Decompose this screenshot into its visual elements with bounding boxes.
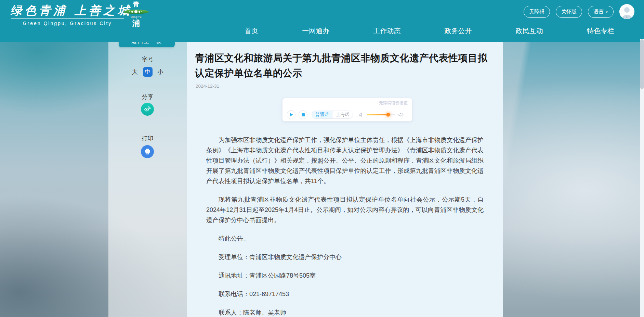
- article-paragraph: 通讯地址：青浦区公园路78号505室: [206, 270, 484, 281]
- printer-icon: [144, 148, 151, 155]
- article-paragraph: 联系人：陈老师、吴老师: [206, 307, 484, 317]
- header-quick-buttons: 无障碍 关怀版 语言 ∨: [524, 4, 634, 19]
- article-date: 2024-12-31: [196, 84, 219, 89]
- share-label: 分享: [108, 93, 187, 101]
- site-slogan-calligraphy: 绿色青浦 上善之城: [10, 3, 132, 18]
- font-size-small-button[interactable]: 小: [158, 68, 163, 76]
- play-button[interactable]: [287, 110, 295, 119]
- stop-button[interactable]: [299, 110, 307, 119]
- nav-item-work-updates[interactable]: 工作动态: [373, 26, 400, 36]
- qingpu-emblem-logo: 青 QingPu 浦: [120, 1, 152, 28]
- volume-control: [358, 112, 404, 117]
- audio-player-title: 无障碍语音播报: [282, 98, 412, 108]
- person-icon: [619, 4, 634, 19]
- accessibility-button-label: 无障碍: [529, 9, 544, 15]
- font-size-options: 大 中 小: [108, 67, 187, 77]
- nav-item-home[interactable]: 首页: [245, 26, 258, 36]
- article-title: 青浦区文化和旅游局关于第九批青浦区非物质文化遗产代表性项目拟认定保护单位名单的公…: [195, 51, 497, 81]
- language-button-label: 语言: [593, 9, 604, 15]
- volume-high-icon: [398, 112, 404, 117]
- nav-item-one-stop-services[interactable]: 一网通办: [302, 26, 329, 36]
- article-tools-sidebar: 字号 大 中 小 分享 打印: [108, 42, 187, 317]
- accessibility-audio-player: 无障碍语音播报 普通话 上海话: [282, 98, 412, 122]
- accessibility-button[interactable]: 无障碍: [524, 6, 550, 18]
- volume-low-icon: [358, 112, 364, 117]
- user-avatar-button[interactable]: [619, 4, 634, 19]
- volume-fill: [367, 114, 388, 115]
- voice-language-toggle: 普通话 上海话: [312, 111, 353, 119]
- emblem-island-icon: [120, 9, 152, 15]
- font-size-large-button[interactable]: 大: [132, 68, 138, 76]
- article-paragraph: 受理单位：青浦区非物质文化遗产保护分中心: [206, 252, 484, 262]
- page-scrollbar[interactable]: [640, 39, 644, 317]
- volume-slider[interactable]: [367, 114, 395, 115]
- article-paragraph: 现将第九批青浦区非物质文化遗产代表性项目拟认定保护单位名单向社会公示，公示期5天…: [206, 194, 484, 225]
- nav-item-government-info[interactable]: 政务公开: [445, 26, 472, 36]
- care-version-button[interactable]: 关怀版: [556, 6, 582, 18]
- print-button[interactable]: [141, 145, 154, 158]
- scrollbar-thumb[interactable]: [640, 39, 644, 89]
- emblem-subtitle: QingPu: [120, 15, 152, 19]
- emblem-bottom-character: 浦: [120, 19, 152, 28]
- article-body: 为加强本区非物质文化遗产保护工作，强化保护单位主体责任，根据《上海市非物质文化遗…: [206, 135, 484, 317]
- emblem-top-character: 青: [120, 1, 152, 8]
- article-paragraph: 为加强本区非物质文化遗产保护工作，强化保护单位主体责任，根据《上海市非物质文化遗…: [206, 135, 484, 186]
- play-icon: [290, 113, 293, 116]
- shanghainese-option[interactable]: 上海话: [332, 111, 353, 118]
- print-label: 打印: [108, 135, 187, 142]
- nav-item-public-interaction[interactable]: 政民互动: [516, 26, 543, 36]
- weibo-icon: [143, 105, 152, 113]
- audio-player-controls: 普通话 上海话: [282, 108, 412, 121]
- site-header: 绿色青浦 上善之城 Green Qingpu, Gracious City 青 …: [0, 0, 644, 42]
- mandarin-option[interactable]: 普通话: [312, 111, 332, 118]
- share-weibo-button[interactable]: [141, 103, 154, 116]
- care-version-button-label: 关怀版: [561, 9, 577, 15]
- volume-slider-handle[interactable]: [386, 113, 390, 117]
- font-size-medium-button[interactable]: 中: [143, 67, 153, 77]
- main-navigation: 首页 一网通办 工作动态 政务公开 政民互动 特色专栏: [245, 25, 614, 36]
- font-size-label: 字号: [108, 55, 187, 63]
- article-paragraph: 特此公告。: [206, 233, 484, 244]
- site-slogan-english: Green Qingpu, Gracious City: [11, 18, 124, 26]
- article-paragraph: 联系电话：021-69717453: [206, 289, 484, 299]
- chevron-down-icon: ∨: [605, 10, 608, 13]
- article-panel: 青浦区文化和旅游局关于第九批青浦区非物质文化遗产代表性项目拟认定保护单位名单的公…: [187, 42, 503, 317]
- stop-icon: [302, 113, 305, 116]
- nav-item-special-columns[interactable]: 特色专栏: [587, 26, 614, 36]
- language-dropdown-button[interactable]: 语言 ∨: [588, 6, 614, 18]
